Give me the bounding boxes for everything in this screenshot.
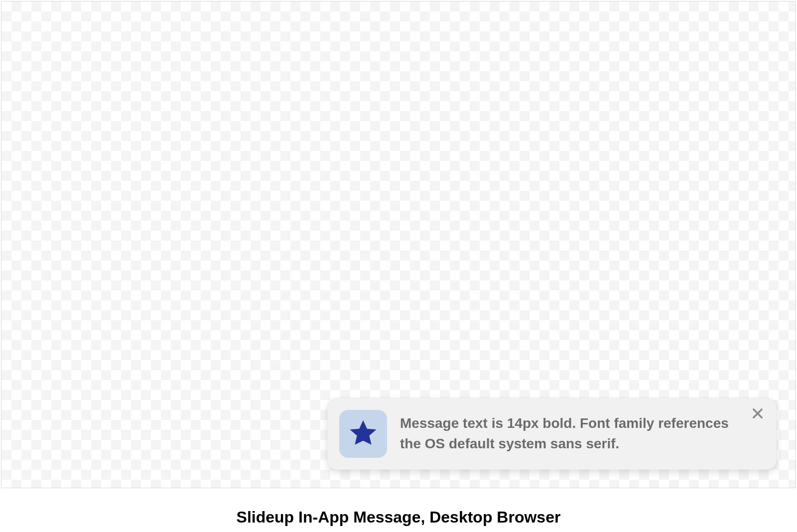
- figure-caption: Slideup In-App Message, Desktop Browser: [0, 508, 797, 527]
- close-icon: [751, 406, 765, 422]
- message-text: Message text is 14px bold. Font family r…: [400, 413, 739, 454]
- message-icon-container: [339, 410, 387, 458]
- transparent-canvas: Message text is 14px bold. Font family r…: [1, 1, 796, 488]
- close-button[interactable]: [749, 405, 767, 423]
- star-icon: [347, 417, 379, 451]
- slideup-message[interactable]: Message text is 14px bold. Font family r…: [327, 398, 777, 470]
